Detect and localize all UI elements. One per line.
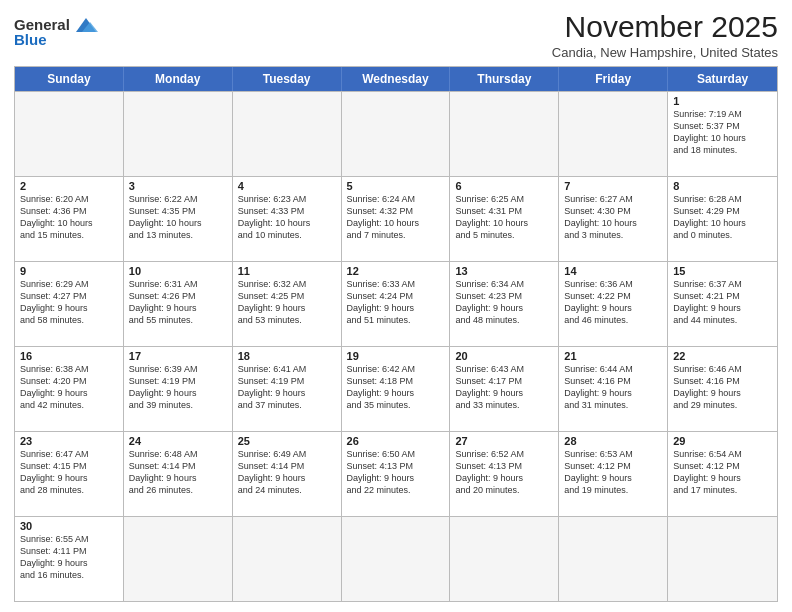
calendar-cell: 3Sunrise: 6:22 AM Sunset: 4:35 PM Daylig… (124, 177, 233, 261)
header-wednesday: Wednesday (342, 67, 451, 91)
calendar-cell (124, 517, 233, 601)
header: General Blue November 2025 Candia, New H… (14, 10, 778, 60)
cell-info: Sunrise: 6:44 AM Sunset: 4:16 PM Dayligh… (564, 363, 662, 412)
calendar-cell: 5Sunrise: 6:24 AM Sunset: 4:32 PM Daylig… (342, 177, 451, 261)
cell-date: 12 (347, 265, 445, 277)
calendar-cell: 20Sunrise: 6:43 AM Sunset: 4:17 PM Dayli… (450, 347, 559, 431)
calendar-cell: 22Sunrise: 6:46 AM Sunset: 4:16 PM Dayli… (668, 347, 777, 431)
calendar-cell (15, 92, 124, 176)
cell-info: Sunrise: 6:36 AM Sunset: 4:22 PM Dayligh… (564, 278, 662, 327)
cell-date: 18 (238, 350, 336, 362)
calendar-week-2: 9Sunrise: 6:29 AM Sunset: 4:27 PM Daylig… (15, 261, 777, 346)
cell-date: 4 (238, 180, 336, 192)
calendar-body: 1Sunrise: 7:19 AM Sunset: 5:37 PM Daylig… (15, 91, 777, 601)
cell-info: Sunrise: 6:33 AM Sunset: 4:24 PM Dayligh… (347, 278, 445, 327)
calendar-cell (342, 517, 451, 601)
calendar-cell (342, 92, 451, 176)
header-tuesday: Tuesday (233, 67, 342, 91)
cell-date: 8 (673, 180, 772, 192)
calendar-cell: 17Sunrise: 6:39 AM Sunset: 4:19 PM Dayli… (124, 347, 233, 431)
calendar-week-3: 16Sunrise: 6:38 AM Sunset: 4:20 PM Dayli… (15, 346, 777, 431)
calendar-cell: 11Sunrise: 6:32 AM Sunset: 4:25 PM Dayli… (233, 262, 342, 346)
header-saturday: Saturday (668, 67, 777, 91)
cell-info: Sunrise: 6:37 AM Sunset: 4:21 PM Dayligh… (673, 278, 772, 327)
cell-info: Sunrise: 6:41 AM Sunset: 4:19 PM Dayligh… (238, 363, 336, 412)
calendar-cell: 29Sunrise: 6:54 AM Sunset: 4:12 PM Dayli… (668, 432, 777, 516)
cell-info: Sunrise: 6:53 AM Sunset: 4:12 PM Dayligh… (564, 448, 662, 497)
cell-date: 2 (20, 180, 118, 192)
cell-date: 21 (564, 350, 662, 362)
calendar-cell: 30Sunrise: 6:55 AM Sunset: 4:11 PM Dayli… (15, 517, 124, 601)
cell-info: Sunrise: 6:31 AM Sunset: 4:26 PM Dayligh… (129, 278, 227, 327)
cell-date: 10 (129, 265, 227, 277)
cell-info: Sunrise: 6:54 AM Sunset: 4:12 PM Dayligh… (673, 448, 772, 497)
calendar-cell: 6Sunrise: 6:25 AM Sunset: 4:31 PM Daylig… (450, 177, 559, 261)
cell-date: 11 (238, 265, 336, 277)
calendar-cell (450, 92, 559, 176)
calendar: Sunday Monday Tuesday Wednesday Thursday… (14, 66, 778, 602)
cell-info: Sunrise: 6:39 AM Sunset: 4:19 PM Dayligh… (129, 363, 227, 412)
calendar-cell: 24Sunrise: 6:48 AM Sunset: 4:14 PM Dayli… (124, 432, 233, 516)
cell-date: 1 (673, 95, 772, 107)
calendar-cell: 21Sunrise: 6:44 AM Sunset: 4:16 PM Dayli… (559, 347, 668, 431)
cell-info: Sunrise: 6:20 AM Sunset: 4:36 PM Dayligh… (20, 193, 118, 242)
calendar-cell: 12Sunrise: 6:33 AM Sunset: 4:24 PM Dayli… (342, 262, 451, 346)
calendar-cell: 25Sunrise: 6:49 AM Sunset: 4:14 PM Dayli… (233, 432, 342, 516)
cell-info: Sunrise: 6:32 AM Sunset: 4:25 PM Dayligh… (238, 278, 336, 327)
calendar-cell (559, 517, 668, 601)
cell-info: Sunrise: 6:50 AM Sunset: 4:13 PM Dayligh… (347, 448, 445, 497)
cell-info: Sunrise: 6:43 AM Sunset: 4:17 PM Dayligh… (455, 363, 553, 412)
logo-icon (72, 14, 100, 36)
cell-info: Sunrise: 6:22 AM Sunset: 4:35 PM Dayligh… (129, 193, 227, 242)
calendar-week-4: 23Sunrise: 6:47 AM Sunset: 4:15 PM Dayli… (15, 431, 777, 516)
calendar-cell: 23Sunrise: 6:47 AM Sunset: 4:15 PM Dayli… (15, 432, 124, 516)
calendar-cell: 15Sunrise: 6:37 AM Sunset: 4:21 PM Dayli… (668, 262, 777, 346)
cell-info: Sunrise: 6:23 AM Sunset: 4:33 PM Dayligh… (238, 193, 336, 242)
calendar-cell: 19Sunrise: 6:42 AM Sunset: 4:18 PM Dayli… (342, 347, 451, 431)
cell-date: 22 (673, 350, 772, 362)
cell-date: 7 (564, 180, 662, 192)
header-sunday: Sunday (15, 67, 124, 91)
calendar-cell: 13Sunrise: 6:34 AM Sunset: 4:23 PM Dayli… (450, 262, 559, 346)
header-thursday: Thursday (450, 67, 559, 91)
calendar-cell (233, 517, 342, 601)
calendar-cell: 27Sunrise: 6:52 AM Sunset: 4:13 PM Dayli… (450, 432, 559, 516)
cell-date: 23 (20, 435, 118, 447)
calendar-cell: 26Sunrise: 6:50 AM Sunset: 4:13 PM Dayli… (342, 432, 451, 516)
calendar-cell: 7Sunrise: 6:27 AM Sunset: 4:30 PM Daylig… (559, 177, 668, 261)
cell-info: Sunrise: 6:27 AM Sunset: 4:30 PM Dayligh… (564, 193, 662, 242)
calendar-cell (450, 517, 559, 601)
cell-date: 30 (20, 520, 118, 532)
cell-info: Sunrise: 6:47 AM Sunset: 4:15 PM Dayligh… (20, 448, 118, 497)
calendar-subtitle: Candia, New Hampshire, United States (552, 45, 778, 60)
calendar-cell: 10Sunrise: 6:31 AM Sunset: 4:26 PM Dayli… (124, 262, 233, 346)
cell-date: 5 (347, 180, 445, 192)
calendar-cell: 2Sunrise: 6:20 AM Sunset: 4:36 PM Daylig… (15, 177, 124, 261)
cell-date: 25 (238, 435, 336, 447)
calendar-cell: 28Sunrise: 6:53 AM Sunset: 4:12 PM Dayli… (559, 432, 668, 516)
calendar-cell: 16Sunrise: 6:38 AM Sunset: 4:20 PM Dayli… (15, 347, 124, 431)
calendar-cell: 8Sunrise: 6:28 AM Sunset: 4:29 PM Daylig… (668, 177, 777, 261)
cell-date: 19 (347, 350, 445, 362)
calendar-week-5: 30Sunrise: 6:55 AM Sunset: 4:11 PM Dayli… (15, 516, 777, 601)
cell-date: 20 (455, 350, 553, 362)
cell-date: 26 (347, 435, 445, 447)
calendar-week-1: 2Sunrise: 6:20 AM Sunset: 4:36 PM Daylig… (15, 176, 777, 261)
calendar-cell: 14Sunrise: 6:36 AM Sunset: 4:22 PM Dayli… (559, 262, 668, 346)
logo-blue-text: Blue (14, 32, 47, 49)
cell-info: Sunrise: 6:48 AM Sunset: 4:14 PM Dayligh… (129, 448, 227, 497)
cell-info: Sunrise: 6:46 AM Sunset: 4:16 PM Dayligh… (673, 363, 772, 412)
cell-date: 16 (20, 350, 118, 362)
cell-info: Sunrise: 6:25 AM Sunset: 4:31 PM Dayligh… (455, 193, 553, 242)
cell-info: Sunrise: 6:34 AM Sunset: 4:23 PM Dayligh… (455, 278, 553, 327)
cell-info: Sunrise: 6:55 AM Sunset: 4:11 PM Dayligh… (20, 533, 118, 582)
cell-date: 29 (673, 435, 772, 447)
cell-info: Sunrise: 6:28 AM Sunset: 4:29 PM Dayligh… (673, 193, 772, 242)
cell-info: Sunrise: 6:24 AM Sunset: 4:32 PM Dayligh… (347, 193, 445, 242)
cell-date: 15 (673, 265, 772, 277)
calendar-cell: 1Sunrise: 7:19 AM Sunset: 5:37 PM Daylig… (668, 92, 777, 176)
calendar-cell: 9Sunrise: 6:29 AM Sunset: 4:27 PM Daylig… (15, 262, 124, 346)
calendar-cell (124, 92, 233, 176)
title-block: November 2025 Candia, New Hampshire, Uni… (552, 10, 778, 60)
calendar-cell (668, 517, 777, 601)
